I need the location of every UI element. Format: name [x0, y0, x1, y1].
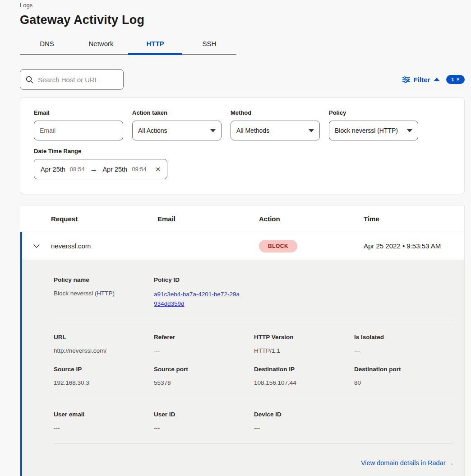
action-taken-value: All Actions — [138, 127, 167, 134]
end-date: Apr 25th — [102, 166, 127, 173]
tab-dns[interactable]: DNS — [20, 34, 74, 54]
destination-ip-label: Destination IP — [254, 366, 354, 373]
row-detail-panel: Policy name Block neverssl (HTTP) Policy… — [20, 260, 464, 476]
status-badge-block: BLOCK — [259, 240, 297, 252]
clear-filter-icon[interactable]: ✕ — [456, 77, 460, 82]
http-detail-row-2: Source IP 192.168.30.3 Source port 55378… — [54, 366, 454, 386]
source-port-value: 55378 — [154, 379, 254, 386]
tab-bar: DNS Network HTTP SSH — [20, 34, 236, 55]
email-filter-label: Email — [34, 109, 123, 116]
table-header: Request Email Action Time — [20, 205, 464, 232]
tab-network[interactable]: Network — [74, 34, 128, 54]
action-taken-select[interactable]: All Actions — [132, 121, 222, 140]
method-value: All Methods — [236, 127, 269, 134]
filter-count: 1 — [451, 77, 454, 82]
http-version-label: HTTP Version — [254, 334, 354, 341]
filter-label: Filter — [414, 76, 430, 84]
user-email-label: User email — [54, 411, 154, 418]
user-id-label: User ID — [154, 411, 254, 418]
divider — [54, 443, 454, 443]
policy-value: Block neverssl (HTTP) — [335, 127, 398, 134]
method-label: Method — [231, 109, 320, 116]
divider — [54, 398, 454, 398]
table-row[interactable]: neverssl.com BLOCK Apr 25 2022 • 9:53:53… — [20, 232, 464, 260]
start-time: 08:54 — [70, 166, 85, 173]
activity-table: Request Email Action Time neverssl.com B… — [20, 205, 465, 476]
col-request: Request — [51, 215, 157, 223]
filter-panel: Email Action taken All Actions Method Al… — [20, 97, 465, 194]
source-port-label: Source port — [154, 366, 254, 373]
arrow-right-icon: → — [448, 459, 454, 467]
http-version-value: HTTP/1.1 — [254, 347, 354, 354]
policy-section: Policy name Block neverssl (HTTP) Policy… — [54, 276, 454, 309]
date-range-label: Date Time Range — [34, 148, 451, 154]
filter-button[interactable]: Filter 1 ✕ — [402, 75, 465, 84]
start-date: Apr 25th — [41, 166, 65, 173]
url-label: URL — [54, 334, 154, 341]
col-action: Action — [259, 215, 364, 223]
page-title: Gateway Activity Log — [20, 13, 465, 27]
user-section: User email --- User ID --- Device ID --- — [54, 411, 454, 431]
chevron-down-icon — [210, 129, 216, 132]
policy-name-value: Block neverssl (HTTP) — [54, 290, 154, 297]
filter-count-badge[interactable]: 1 ✕ — [446, 75, 465, 84]
http-detail-row-1: URL http://neverssl.com/ Referer --- HTT… — [54, 334, 454, 354]
policy-label: Policy — [329, 109, 418, 116]
method-select[interactable]: All Methods — [231, 121, 320, 140]
arrow-right-icon: → — [89, 165, 98, 173]
policy-select[interactable]: Block neverssl (HTTP) — [329, 121, 418, 140]
search-icon — [26, 76, 33, 84]
search-box[interactable] — [20, 69, 124, 90]
divider — [54, 321, 454, 321]
radar-details-link[interactable]: View domain details in Radar → — [361, 459, 454, 467]
policy-id-link[interactable]: a91c3eb4-ba7a-4201-be72-29a934dd359d — [154, 290, 240, 309]
action-taken-label: Action taken — [132, 109, 222, 116]
email-field-wrap — [34, 121, 123, 140]
source-ip-value: 192.168.30.3 — [54, 379, 154, 386]
chevron-down-icon — [309, 129, 314, 132]
destination-port-value: 80 — [354, 379, 454, 386]
url-value: http://neverssl.com/ — [54, 347, 154, 354]
collapse-caret-icon[interactable] — [434, 78, 440, 81]
destination-ip-value: 108.156.107.44 — [254, 379, 354, 386]
is-isolated-label: Is Isolated — [354, 334, 454, 341]
device-id-value: --- — [254, 425, 354, 431]
is-isolated-value: --- — [354, 347, 454, 354]
destination-port-label: Destination port — [354, 366, 454, 373]
request-value: neverssl.com — [51, 242, 157, 250]
user-id-value: --- — [154, 425, 254, 431]
email-field[interactable] — [40, 127, 117, 134]
search-input[interactable] — [38, 76, 118, 84]
date-range-field[interactable]: Apr 25th 08:54 → Apr 25th 09:54 ✕ — [34, 159, 167, 179]
col-email: Email — [157, 215, 259, 223]
chevron-down-icon[interactable] — [33, 244, 40, 248]
filter-icon — [402, 76, 410, 83]
tab-ssh[interactable]: SSH — [182, 34, 236, 54]
time-value: Apr 25 2022 • 9:53:53 AM — [364, 242, 464, 250]
device-id-label: Device ID — [254, 411, 354, 418]
user-email-value: --- — [54, 425, 154, 431]
source-ip-label: Source IP — [54, 366, 154, 373]
referer-value: --- — [154, 347, 254, 354]
breadcrumb: Logs — [20, 2, 465, 9]
policy-name-label: Policy name — [54, 276, 154, 283]
chevron-down-icon — [407, 129, 412, 132]
referer-label: Referer — [154, 334, 254, 341]
clear-date-icon[interactable]: ✕ — [155, 166, 161, 173]
tab-http[interactable]: HTTP — [128, 34, 182, 54]
radar-link-label: View domain details in Radar — [361, 459, 446, 467]
policy-id-label: Policy ID — [154, 276, 254, 283]
col-time: Time — [364, 215, 464, 223]
toolbar: Filter 1 ✕ — [20, 69, 465, 90]
end-time: 09:54 — [132, 166, 147, 173]
